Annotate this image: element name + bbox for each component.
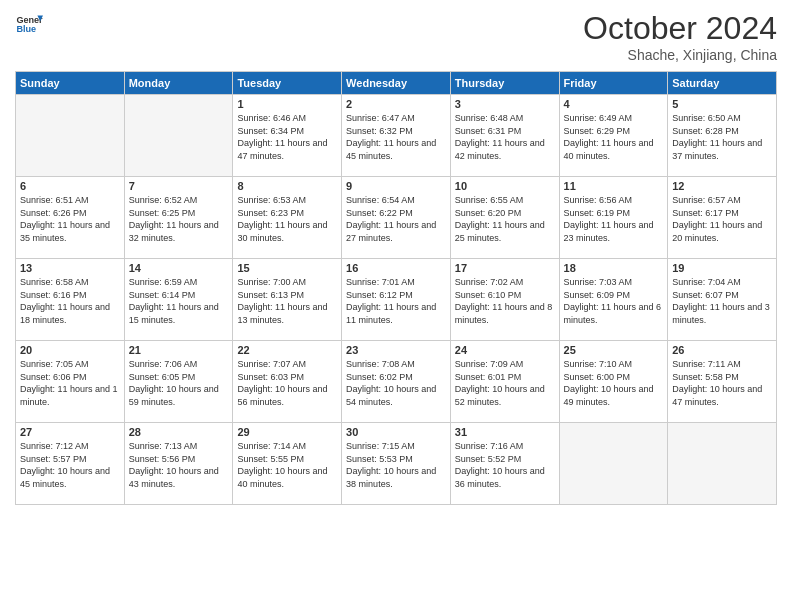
day-number: 29 bbox=[237, 426, 337, 438]
month-title: October 2024 bbox=[583, 10, 777, 47]
day-number: 24 bbox=[455, 344, 555, 356]
day-number: 4 bbox=[564, 98, 664, 110]
day-info: Sunrise: 7:03 AM Sunset: 6:09 PM Dayligh… bbox=[564, 276, 664, 326]
table-row: 30Sunrise: 7:15 AM Sunset: 5:53 PM Dayli… bbox=[342, 423, 451, 505]
calendar-table: Sunday Monday Tuesday Wednesday Thursday… bbox=[15, 71, 777, 505]
table-row: 26Sunrise: 7:11 AM Sunset: 5:58 PM Dayli… bbox=[668, 341, 777, 423]
day-info: Sunrise: 6:58 AM Sunset: 6:16 PM Dayligh… bbox=[20, 276, 120, 326]
header-thursday: Thursday bbox=[450, 72, 559, 95]
table-row: 31Sunrise: 7:16 AM Sunset: 5:52 PM Dayli… bbox=[450, 423, 559, 505]
day-info: Sunrise: 7:00 AM Sunset: 6:13 PM Dayligh… bbox=[237, 276, 337, 326]
calendar-week-row: 6Sunrise: 6:51 AM Sunset: 6:26 PM Daylig… bbox=[16, 177, 777, 259]
day-info: Sunrise: 7:12 AM Sunset: 5:57 PM Dayligh… bbox=[20, 440, 120, 490]
day-number: 27 bbox=[20, 426, 120, 438]
day-info: Sunrise: 6:52 AM Sunset: 6:25 PM Dayligh… bbox=[129, 194, 229, 244]
logo-icon: General Blue bbox=[15, 10, 43, 38]
title-block: October 2024 Shache, Xinjiang, China bbox=[583, 10, 777, 63]
table-row bbox=[124, 95, 233, 177]
svg-text:Blue: Blue bbox=[16, 24, 36, 34]
day-info: Sunrise: 7:15 AM Sunset: 5:53 PM Dayligh… bbox=[346, 440, 446, 490]
header-sunday: Sunday bbox=[16, 72, 125, 95]
day-info: Sunrise: 7:05 AM Sunset: 6:06 PM Dayligh… bbox=[20, 358, 120, 408]
day-number: 26 bbox=[672, 344, 772, 356]
table-row: 25Sunrise: 7:10 AM Sunset: 6:00 PM Dayli… bbox=[559, 341, 668, 423]
table-row: 6Sunrise: 6:51 AM Sunset: 6:26 PM Daylig… bbox=[16, 177, 125, 259]
header-monday: Monday bbox=[124, 72, 233, 95]
day-number: 9 bbox=[346, 180, 446, 192]
day-number: 7 bbox=[129, 180, 229, 192]
day-number: 15 bbox=[237, 262, 337, 274]
day-number: 6 bbox=[20, 180, 120, 192]
table-row: 12Sunrise: 6:57 AM Sunset: 6:17 PM Dayli… bbox=[668, 177, 777, 259]
day-info: Sunrise: 7:13 AM Sunset: 5:56 PM Dayligh… bbox=[129, 440, 229, 490]
table-row: 13Sunrise: 6:58 AM Sunset: 6:16 PM Dayli… bbox=[16, 259, 125, 341]
day-info: Sunrise: 7:08 AM Sunset: 6:02 PM Dayligh… bbox=[346, 358, 446, 408]
day-info: Sunrise: 7:10 AM Sunset: 6:00 PM Dayligh… bbox=[564, 358, 664, 408]
day-info: Sunrise: 7:14 AM Sunset: 5:55 PM Dayligh… bbox=[237, 440, 337, 490]
header: General Blue October 2024 Shache, Xinjia… bbox=[15, 10, 777, 63]
day-number: 22 bbox=[237, 344, 337, 356]
table-row: 8Sunrise: 6:53 AM Sunset: 6:23 PM Daylig… bbox=[233, 177, 342, 259]
table-row: 4Sunrise: 6:49 AM Sunset: 6:29 PM Daylig… bbox=[559, 95, 668, 177]
day-info: Sunrise: 7:11 AM Sunset: 5:58 PM Dayligh… bbox=[672, 358, 772, 408]
table-row: 10Sunrise: 6:55 AM Sunset: 6:20 PM Dayli… bbox=[450, 177, 559, 259]
table-row: 16Sunrise: 7:01 AM Sunset: 6:12 PM Dayli… bbox=[342, 259, 451, 341]
day-number: 12 bbox=[672, 180, 772, 192]
table-row: 14Sunrise: 6:59 AM Sunset: 6:14 PM Dayli… bbox=[124, 259, 233, 341]
table-row: 20Sunrise: 7:05 AM Sunset: 6:06 PM Dayli… bbox=[16, 341, 125, 423]
day-number: 10 bbox=[455, 180, 555, 192]
table-row: 11Sunrise: 6:56 AM Sunset: 6:19 PM Dayli… bbox=[559, 177, 668, 259]
day-number: 3 bbox=[455, 98, 555, 110]
header-saturday: Saturday bbox=[668, 72, 777, 95]
table-row: 3Sunrise: 6:48 AM Sunset: 6:31 PM Daylig… bbox=[450, 95, 559, 177]
day-info: Sunrise: 6:59 AM Sunset: 6:14 PM Dayligh… bbox=[129, 276, 229, 326]
day-info: Sunrise: 6:56 AM Sunset: 6:19 PM Dayligh… bbox=[564, 194, 664, 244]
table-row: 18Sunrise: 7:03 AM Sunset: 6:09 PM Dayli… bbox=[559, 259, 668, 341]
day-info: Sunrise: 6:49 AM Sunset: 6:29 PM Dayligh… bbox=[564, 112, 664, 162]
day-info: Sunrise: 7:02 AM Sunset: 6:10 PM Dayligh… bbox=[455, 276, 555, 326]
table-row: 5Sunrise: 6:50 AM Sunset: 6:28 PM Daylig… bbox=[668, 95, 777, 177]
day-number: 14 bbox=[129, 262, 229, 274]
table-row: 29Sunrise: 7:14 AM Sunset: 5:55 PM Dayli… bbox=[233, 423, 342, 505]
day-info: Sunrise: 6:50 AM Sunset: 6:28 PM Dayligh… bbox=[672, 112, 772, 162]
day-info: Sunrise: 7:07 AM Sunset: 6:03 PM Dayligh… bbox=[237, 358, 337, 408]
day-info: Sunrise: 7:09 AM Sunset: 6:01 PM Dayligh… bbox=[455, 358, 555, 408]
table-row: 22Sunrise: 7:07 AM Sunset: 6:03 PM Dayli… bbox=[233, 341, 342, 423]
day-number: 21 bbox=[129, 344, 229, 356]
day-info: Sunrise: 6:53 AM Sunset: 6:23 PM Dayligh… bbox=[237, 194, 337, 244]
day-info: Sunrise: 7:04 AM Sunset: 6:07 PM Dayligh… bbox=[672, 276, 772, 326]
day-info: Sunrise: 6:48 AM Sunset: 6:31 PM Dayligh… bbox=[455, 112, 555, 162]
table-row: 24Sunrise: 7:09 AM Sunset: 6:01 PM Dayli… bbox=[450, 341, 559, 423]
day-info: Sunrise: 6:51 AM Sunset: 6:26 PM Dayligh… bbox=[20, 194, 120, 244]
day-number: 20 bbox=[20, 344, 120, 356]
table-row: 2Sunrise: 6:47 AM Sunset: 6:32 PM Daylig… bbox=[342, 95, 451, 177]
table-row: 21Sunrise: 7:06 AM Sunset: 6:05 PM Dayli… bbox=[124, 341, 233, 423]
table-row: 1Sunrise: 6:46 AM Sunset: 6:34 PM Daylig… bbox=[233, 95, 342, 177]
day-info: Sunrise: 7:06 AM Sunset: 6:05 PM Dayligh… bbox=[129, 358, 229, 408]
page: General Blue October 2024 Shache, Xinjia… bbox=[0, 0, 792, 612]
subtitle: Shache, Xinjiang, China bbox=[583, 47, 777, 63]
calendar-week-row: 1Sunrise: 6:46 AM Sunset: 6:34 PM Daylig… bbox=[16, 95, 777, 177]
day-info: Sunrise: 6:54 AM Sunset: 6:22 PM Dayligh… bbox=[346, 194, 446, 244]
header-wednesday: Wednesday bbox=[342, 72, 451, 95]
day-number: 2 bbox=[346, 98, 446, 110]
table-row: 28Sunrise: 7:13 AM Sunset: 5:56 PM Dayli… bbox=[124, 423, 233, 505]
table-row: 23Sunrise: 7:08 AM Sunset: 6:02 PM Dayli… bbox=[342, 341, 451, 423]
day-number: 30 bbox=[346, 426, 446, 438]
table-row: 17Sunrise: 7:02 AM Sunset: 6:10 PM Dayli… bbox=[450, 259, 559, 341]
table-row bbox=[559, 423, 668, 505]
day-number: 11 bbox=[564, 180, 664, 192]
day-number: 25 bbox=[564, 344, 664, 356]
day-info: Sunrise: 7:01 AM Sunset: 6:12 PM Dayligh… bbox=[346, 276, 446, 326]
day-info: Sunrise: 7:16 AM Sunset: 5:52 PM Dayligh… bbox=[455, 440, 555, 490]
table-row: 19Sunrise: 7:04 AM Sunset: 6:07 PM Dayli… bbox=[668, 259, 777, 341]
day-number: 1 bbox=[237, 98, 337, 110]
table-row bbox=[16, 95, 125, 177]
day-number: 19 bbox=[672, 262, 772, 274]
day-info: Sunrise: 6:46 AM Sunset: 6:34 PM Dayligh… bbox=[237, 112, 337, 162]
day-info: Sunrise: 6:55 AM Sunset: 6:20 PM Dayligh… bbox=[455, 194, 555, 244]
day-number: 17 bbox=[455, 262, 555, 274]
day-number: 16 bbox=[346, 262, 446, 274]
day-info: Sunrise: 6:57 AM Sunset: 6:17 PM Dayligh… bbox=[672, 194, 772, 244]
logo: General Blue bbox=[15, 10, 43, 38]
